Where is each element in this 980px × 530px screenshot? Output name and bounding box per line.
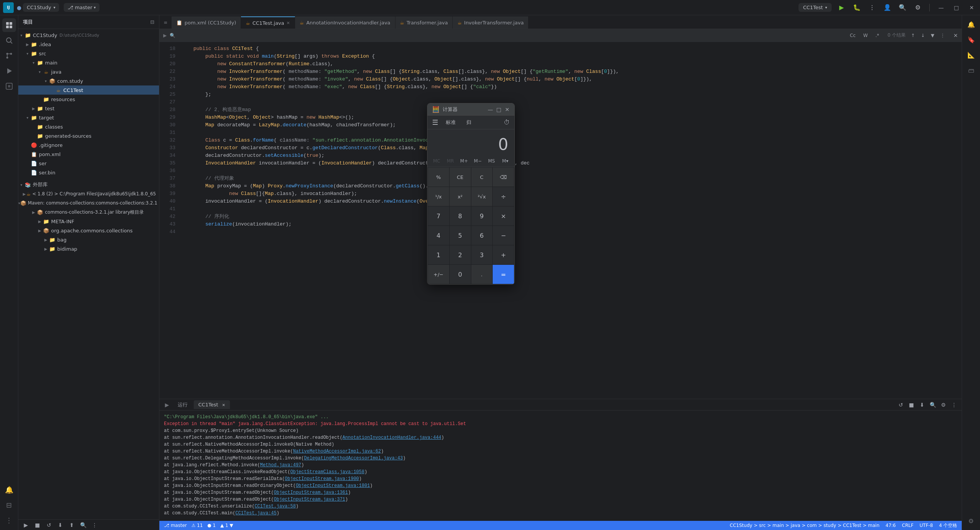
calc-c-btn[interactable]: C: [471, 168, 493, 187]
sidebar-item-src[interactable]: ▾ 📁 src: [18, 49, 159, 58]
calc-plus-btn[interactable]: +: [493, 245, 514, 264]
calc-sqrt-btn[interactable]: ²√x: [471, 187, 493, 206]
scroll-end-btn[interactable]: ⬇: [56, 520, 65, 530]
search-input[interactable]: [178, 32, 845, 38]
filter-btn[interactable]: ▼: [929, 32, 937, 39]
calc-6-btn[interactable]: 6: [471, 226, 493, 245]
console-settings-btn[interactable]: ⚙: [939, 400, 948, 409]
sidebar-item-meta-inf[interactable]: ▶ 📁 META-INF: [18, 217, 159, 226]
calc-1-btn[interactable]: 1: [428, 245, 449, 264]
console-rerun-btn[interactable]: ↺: [896, 400, 905, 409]
calc-4-btn[interactable]: 4: [428, 226, 449, 245]
scroll-start-btn[interactable]: ⬆: [67, 520, 76, 530]
calc-equals-btn[interactable]: =: [493, 265, 514, 284]
console-link[interactable]: ObjectInputStream.java:1900: [285, 476, 359, 482]
search-options-btn[interactable]: ⋮: [938, 32, 947, 39]
sidebar-item-idea[interactable]: ▶ 📁 .idea: [18, 40, 159, 49]
settings-button[interactable]: ⚙: [913, 2, 923, 13]
console-more-btn[interactable]: ⋮: [949, 400, 959, 409]
status-line-sep[interactable]: CRLF: [902, 523, 913, 528]
sidebar-item-resources[interactable]: 📁 resources: [18, 95, 159, 104]
sidebar-item-commons-maven[interactable]: ▾ 📦 Maven: commons-collections:commons-c…: [18, 198, 159, 208]
sidebar-collapse-icon[interactable]: ⊟: [150, 19, 154, 25]
calc-0-btn[interactable]: 0: [450, 265, 471, 284]
console-link[interactable]: DelegatingMethodAccessorImpl.java:43: [304, 456, 403, 461]
status-encoding[interactable]: UTF-8: [920, 523, 933, 528]
cc1test-tab-close[interactable]: ✕: [222, 403, 225, 407]
tab-transformer[interactable]: ☕ Transformer.java: [395, 16, 453, 29]
status-errors[interactable]: ● 1: [207, 523, 216, 528]
project-selector[interactable]: CC1Study ▾: [23, 3, 59, 12]
sidebar-item-cc1test[interactable]: ☕ CC1Test: [18, 85, 159, 95]
console-search-btn[interactable]: 🔍: [928, 400, 937, 409]
calc-mode-fraction[interactable]: 归: [463, 118, 474, 127]
debug-button[interactable]: 🐛: [851, 2, 862, 13]
rerun-toolbar-btn[interactable]: ↺: [44, 520, 53, 530]
activity-plugins[interactable]: [2, 79, 16, 93]
tab-pom[interactable]: 📋 pom.xml (CC1Study): [172, 16, 241, 29]
status-position[interactable]: 47:6: [885, 523, 896, 528]
sidebar-item-serbin[interactable]: 📄 ser.bin: [18, 168, 159, 177]
code-editor[interactable]: 18 19 20 22 23 24 25 27 28 29 30 31 32 3…: [159, 42, 962, 399]
calc-negate-btn[interactable]: +/−: [428, 265, 449, 284]
status-warnings[interactable]: ⚠ 11: [191, 523, 203, 528]
gutter-settings2[interactable]: ⚙: [965, 515, 977, 527]
bottom-tab-run[interactable]: 运行: [173, 400, 192, 410]
console-link[interactable]: Method.java:497: [260, 462, 301, 468]
nav-prev-btn[interactable]: ↑: [909, 32, 917, 39]
code-content[interactable]: public class CC1Test { public static voi…: [178, 42, 962, 399]
run-sidebar-icon[interactable]: ▶: [162, 400, 172, 409]
calc-ms-btn[interactable]: MS: [485, 155, 498, 167]
gutter-bookmarks[interactable]: 🔖: [965, 34, 977, 46]
calc-percent-btn[interactable]: %: [428, 168, 449, 187]
console-link[interactable]: AnnotationInvocationHandler.java:444: [342, 435, 441, 440]
calc-backspace-btn[interactable]: ⌫: [493, 168, 514, 187]
sidebar-item-main[interactable]: ▾ 📁 main: [18, 58, 159, 67]
console-link[interactable]: ObjectInputStream.java:1801: [296, 483, 370, 488]
gutter-notifications[interactable]: 🔔: [965, 18, 977, 31]
calc-2-btn[interactable]: 2: [450, 245, 471, 264]
sidebar-item-ser[interactable]: 📄 ser: [18, 159, 159, 168]
calc-minus-btn[interactable]: −: [493, 226, 514, 245]
console-link[interactable]: ObjectInputStream.java:371: [274, 497, 345, 502]
calc-mr-btn[interactable]: MR: [443, 155, 457, 167]
sidebar-item-external-libs[interactable]: ▾ 📚 外部库: [18, 180, 159, 189]
match-case-btn[interactable]: Cc: [848, 32, 858, 39]
sidebar-item-pom[interactable]: 📋 pom.xml: [18, 150, 159, 159]
sidebar-toggle-btn[interactable]: ≡: [159, 16, 172, 29]
search-console-btn[interactable]: 🔍: [79, 520, 88, 530]
stop-toolbar-btn[interactable]: ■: [33, 520, 42, 530]
calc-mplus-btn[interactable]: M+: [457, 155, 471, 167]
gutter-database[interactable]: 🗃: [965, 64, 977, 76]
console-link[interactable]: NativeMethodAccessorImpl.java:62: [293, 449, 381, 454]
calc-7-btn[interactable]: 7: [428, 206, 449, 226]
calc-decimal-btn[interactable]: .: [471, 265, 493, 284]
calc-mv-btn[interactable]: M▾: [498, 155, 512, 167]
tab-cc1test-close[interactable]: ✕: [286, 21, 290, 26]
activity-more[interactable]: ⋮: [2, 513, 16, 527]
run-config-selector[interactable]: CC1Test ▾: [798, 3, 832, 12]
calc-3-btn[interactable]: 3: [471, 245, 493, 264]
calc-reciprocal-btn[interactable]: ¹/x: [428, 187, 449, 206]
console-link[interactable]: CC1Test.java:45: [235, 511, 276, 516]
console-link[interactable]: CC1Test.java:58: [255, 504, 296, 509]
calc-close-btn[interactable]: ✕: [504, 107, 510, 112]
sidebar-item-commons-jar[interactable]: ▶ 📦 commons-collections-3.2.1.jar librar…: [18, 208, 159, 217]
sidebar-item-java[interactable]: ▾ ☕ java: [18, 67, 159, 76]
window-minimize-button[interactable]: —: [936, 2, 946, 13]
calc-mc-btn[interactable]: MC: [430, 155, 443, 167]
window-maximize-button[interactable]: □: [951, 2, 962, 13]
calc-mminus-btn[interactable]: M−: [471, 155, 485, 167]
gutter-structure[interactable]: 📐: [965, 49, 977, 61]
nav-next-btn[interactable]: ↓: [919, 32, 927, 39]
whole-word-btn[interactable]: W: [861, 32, 870, 39]
status-indent[interactable]: 4 个空格: [939, 522, 957, 529]
user-icon[interactable]: 👤: [882, 2, 893, 13]
console-link[interactable]: ObjectStreamClass.java:1058: [290, 469, 364, 475]
console-stop-btn[interactable]: ■: [907, 400, 916, 409]
sidebar-item-jdk[interactable]: ▶ ☕ < 1.8 (2) > C:\Program Files\Java\jd…: [18, 189, 159, 198]
calc-ce-btn[interactable]: CE: [450, 168, 471, 187]
sidebar-item-generated[interactable]: 📁 generated-sources: [18, 131, 159, 140]
bottom-tab-cc1test[interactable]: CC1Test ✕: [194, 400, 230, 409]
more-run-options[interactable]: ⋮: [867, 2, 877, 13]
